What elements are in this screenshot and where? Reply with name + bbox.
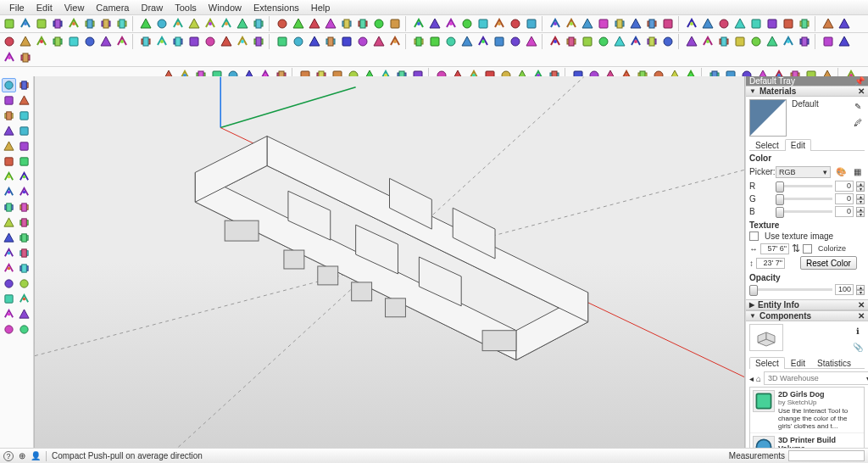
menu-draw[interactable]: Draw	[135, 2, 169, 14]
next-icon[interactable]	[508, 16, 523, 31]
opacity-value[interactable]: 100	[835, 284, 854, 295]
a52-icon[interactable]	[18, 50, 33, 65]
line-icon[interactable]	[98, 16, 114, 31]
a51-icon[interactable]	[2, 50, 17, 65]
component-item[interactable]: 2D Girls Dog by SketchUp Use the Interac…	[750, 388, 864, 433]
colorize-checkbox[interactable]	[803, 244, 812, 254]
menu-view[interactable]: View	[58, 2, 91, 14]
profiles-icon[interactable]	[765, 16, 780, 31]
menu-file[interactable]: File	[3, 2, 31, 14]
polygon-icon[interactable]	[170, 16, 186, 31]
axes-icon[interactable]	[411, 16, 426, 31]
a19-icon[interactable]	[307, 34, 322, 49]
viewport-3d[interactable]	[34, 76, 745, 448]
rect-icon[interactable]	[138, 16, 153, 31]
components-tab-select[interactable]: Select	[749, 357, 785, 369]
sandbox-icon[interactable]	[797, 16, 812, 31]
a34-icon[interactable]	[564, 34, 579, 49]
entity-info-header[interactable]: ▶ Entity Info ✕	[746, 299, 868, 310]
scenes-icon[interactable]	[700, 16, 715, 31]
zoom-ext-tool-icon[interactable]	[2, 292, 16, 306]
freehand-tool-icon[interactable]	[17, 109, 31, 123]
offset-tool-icon[interactable]	[17, 200, 31, 215]
styles-icon[interactable]	[684, 16, 699, 31]
dimension-icon[interactable]	[371, 16, 387, 31]
a14-icon[interactable]	[219, 34, 234, 49]
a29-icon[interactable]	[476, 34, 491, 49]
pan-icon[interactable]	[443, 16, 459, 31]
r-spinner[interactable]: ▴▾	[856, 181, 865, 192]
a20-icon[interactable]	[323, 34, 338, 49]
materials-tab-select[interactable]: Select	[749, 139, 785, 151]
menu-extensions[interactable]: Extensions	[248, 2, 305, 14]
follow-tool-icon[interactable]	[17, 170, 31, 184]
a18-icon[interactable]	[291, 34, 306, 49]
a49-icon[interactable]	[821, 34, 836, 49]
component-attach-icon[interactable]: 📎	[850, 340, 865, 354]
b-slider[interactable]	[776, 210, 832, 213]
sphere-icon[interactable]	[66, 16, 81, 31]
protractor-tool-icon[interactable]	[2, 231, 16, 245]
a39-icon[interactable]	[644, 34, 659, 49]
tray-pin-icon[interactable]: 📌	[854, 76, 865, 86]
r-value[interactable]: 0	[835, 181, 854, 192]
iso-icon[interactable]	[524, 16, 539, 31]
a17-icon[interactable]	[275, 34, 290, 49]
follow-icon[interactable]	[275, 16, 290, 31]
arc-icon[interactable]	[114, 16, 130, 31]
tape-icon[interactable]	[323, 16, 338, 31]
hidden-icon[interactable]	[732, 16, 748, 31]
g-spinner[interactable]: ▴▾	[856, 194, 865, 204]
opacity-spinner[interactable]: ▴▾	[856, 285, 865, 295]
credits-icon[interactable]: 👤	[31, 451, 41, 460]
component-info-icon[interactable]: ℹ	[850, 324, 865, 338]
menu-help[interactable]: Help	[305, 2, 337, 14]
opacity-slider[interactable]	[749, 288, 832, 291]
r-slider[interactable]	[776, 185, 832, 187]
text-icon[interactable]	[355, 16, 370, 31]
front-icon[interactable]	[564, 16, 579, 31]
a40-icon[interactable]	[660, 34, 676, 49]
a3-icon[interactable]	[34, 34, 49, 49]
text-tool-icon[interactable]	[17, 231, 31, 245]
dim-tool-icon[interactable]	[17, 215, 31, 230]
a47-icon[interactable]	[781, 34, 796, 49]
lasso-tool-icon[interactable]	[17, 78, 31, 92]
protractor-icon[interactable]	[339, 16, 354, 31]
a26-icon[interactable]	[427, 34, 442, 49]
scale-tool-icon[interactable]	[2, 200, 16, 215]
pushpull-tool-icon[interactable]	[2, 170, 16, 184]
a45-icon[interactable]	[748, 34, 764, 49]
a30-icon[interactable]	[492, 34, 507, 49]
a2-icon[interactable]	[18, 34, 33, 49]
a4-icon[interactable]	[50, 34, 65, 49]
close-icon[interactable]: ✕	[858, 311, 865, 321]
g-value[interactable]: 0	[835, 193, 854, 204]
hand-icon[interactable]	[18, 16, 33, 31]
component-search-input[interactable]	[766, 373, 865, 383]
orbit-tool-icon[interactable]	[2, 261, 16, 276]
a1-icon[interactable]	[2, 34, 17, 49]
cursor-icon[interactable]	[2, 16, 17, 31]
material-preview[interactable]	[749, 99, 787, 137]
reset-color-button[interactable]: Reset Color	[800, 256, 857, 270]
a37-icon[interactable]	[612, 34, 627, 49]
select-tool-icon[interactable]	[2, 78, 16, 92]
rotate-icon[interactable]	[186, 16, 202, 31]
xray-icon[interactable]	[716, 16, 732, 31]
solids-icon[interactable]	[821, 16, 836, 31]
nav-back-icon[interactable]: ◂	[749, 374, 754, 383]
a24-icon[interactable]	[387, 34, 403, 49]
menu-camera[interactable]: Camera	[90, 2, 135, 14]
a46-icon[interactable]	[765, 34, 780, 49]
a10-icon[interactable]	[154, 34, 170, 49]
a33-icon[interactable]	[548, 34, 563, 49]
line-tool-icon[interactable]	[2, 109, 16, 123]
offset-icon[interactable]	[235, 16, 250, 31]
a11-icon[interactable]	[170, 34, 186, 49]
axes-tool-icon[interactable]	[2, 246, 16, 260]
pan-tool-icon[interactable]	[17, 261, 31, 276]
component-search[interactable]: ▾ 🔍	[764, 371, 868, 385]
a28-icon[interactable]	[459, 34, 475, 49]
paint-tool-icon[interactable]	[17, 93, 31, 108]
